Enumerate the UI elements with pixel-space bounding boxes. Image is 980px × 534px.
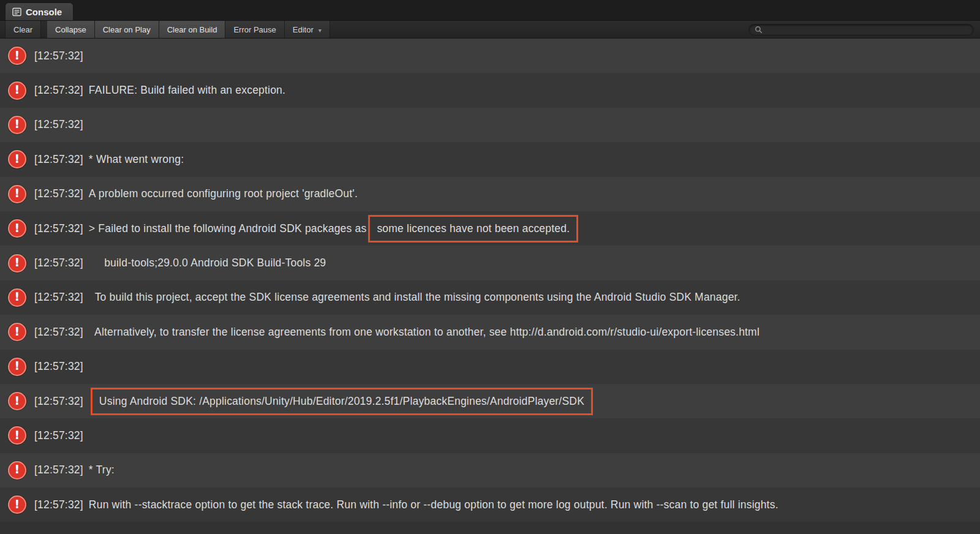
log-entry[interactable]: ! [12:57:32] Alternatively, to transfer … [0, 315, 980, 349]
error-icon: ! [8, 288, 26, 307]
log-message: > Failed to install the following Androi… [89, 222, 367, 235]
log-timestamp: [12:57:32] [34, 360, 83, 373]
tab-bar: Console [0, 0, 980, 21]
log-timestamp: [12:57:32] [34, 50, 83, 62]
log-message: build-tools;29.0.0 Android SDK Build-Too… [89, 257, 326, 269]
log-entry[interactable]: ! [12:57:32] > Failed to install the fol… [0, 211, 980, 246]
log-entry[interactable]: ! [12:57:32] [0, 350, 980, 384]
error-icon: ! [8, 116, 26, 134]
log-timestamp: [12:57:32] [34, 153, 83, 166]
error-icon: ! [8, 392, 26, 410]
log-message: To build this project, accept the SDK li… [89, 291, 741, 304]
console-log-list: ! [12:57:32] ! [12:57:32] FAILURE: Build… [0, 39, 980, 534]
log-entry[interactable]: ! [12:57:32] FAILURE: Build failed with … [0, 73, 980, 107]
collapse-toggle[interactable]: Collapse [47, 21, 95, 38]
log-message: * Try: [89, 464, 115, 476]
log-entry[interactable]: ! [12:57:32] [0, 108, 980, 142]
log-timestamp: [12:57:32] [34, 187, 83, 200]
log-entry[interactable]: ! [12:57:32] [0, 418, 980, 453]
error-icon: ! [8, 47, 26, 65]
error-icon: ! [8, 358, 26, 376]
log-entry[interactable]: ! [12:57:32] build-tools;29.0.0 Android … [0, 246, 980, 280]
error-icon: ! [8, 426, 26, 445]
log-entry[interactable]: ! [12:57:32] A problem occurred configur… [0, 177, 980, 211]
tab-console[interactable]: Console [5, 2, 74, 20]
log-timestamp: [12:57:32] [34, 464, 83, 476]
editor-dropdown-label: Editor [293, 25, 314, 34]
log-timestamp: [12:57:32] [34, 395, 83, 408]
log-message-highlighted: some licences have not been accepted. [368, 215, 578, 243]
log-message: A problem occurred configuring root proj… [89, 187, 358, 200]
console-tab-icon [12, 7, 21, 17]
log-entry[interactable]: ! [12:57:32] [0, 39, 980, 73]
log-timestamp: [12:57:32] [34, 498, 83, 511]
error-icon: ! [8, 185, 26, 203]
log-message: FAILURE: Build failed with an exception. [89, 84, 285, 97]
error-icon: ! [8, 81, 26, 100]
log-timestamp: [12:57:32] [34, 222, 83, 235]
error-icon: ! [8, 219, 26, 238]
log-message: * What went wrong: [89, 153, 184, 166]
log-timestamp: [12:57:32] [34, 118, 83, 131]
console-toolbar: Clear Collapse Clear on Play Clear on Bu… [0, 21, 980, 39]
log-timestamp: [12:57:32] [34, 84, 83, 97]
log-timestamp: [12:57:32] [34, 257, 83, 269]
log-entry[interactable]: ! [12:57:32] Using Android SDK: /Applica… [0, 384, 980, 418]
search-input[interactable] [766, 24, 968, 34]
log-entry[interactable]: ! [12:57:32] * What went wrong: [0, 142, 980, 176]
error-icon: ! [8, 323, 26, 341]
search-icon [755, 26, 763, 34]
log-entry[interactable]: ! [12:57:32] To build this project, acce… [0, 280, 980, 315]
chevron-down-icon: ▾ [318, 27, 322, 34]
clear-on-build-toggle[interactable]: Clear on Build [159, 21, 226, 38]
log-message-highlighted: Using Android SDK: /Applications/Unity/H… [91, 388, 593, 415]
unity-console-window: Console Clear Collapse Clear on Play Cle… [0, 0, 980, 534]
log-entry[interactable]: ! [12:57:32] Run with --stacktrace optio… [0, 487, 980, 522]
log-message: Alternatively, to transfer the license a… [89, 326, 760, 339]
clear-on-play-toggle[interactable]: Clear on Play [95, 21, 159, 38]
log-timestamp: [12:57:32] [34, 326, 83, 339]
editor-dropdown[interactable]: Editor ▾ [285, 21, 330, 38]
error-icon: ! [8, 461, 26, 479]
error-pause-toggle[interactable]: Error Pause [225, 21, 284, 38]
clear-button[interactable]: Clear [5, 21, 41, 38]
search-field[interactable] [748, 24, 974, 36]
error-icon: ! [8, 150, 26, 168]
log-entry[interactable]: ! [12:57:32] * Try: [0, 453, 980, 487]
log-timestamp: [12:57:32] [34, 291, 83, 304]
log-timestamp: [12:57:32] [34, 429, 83, 442]
log-message: Run with --stacktrace option to get the … [89, 498, 778, 511]
error-icon: ! [8, 495, 26, 514]
toolbar-spacer [330, 21, 748, 38]
tab-label: Console [26, 7, 62, 17]
error-icon: ! [8, 254, 26, 273]
